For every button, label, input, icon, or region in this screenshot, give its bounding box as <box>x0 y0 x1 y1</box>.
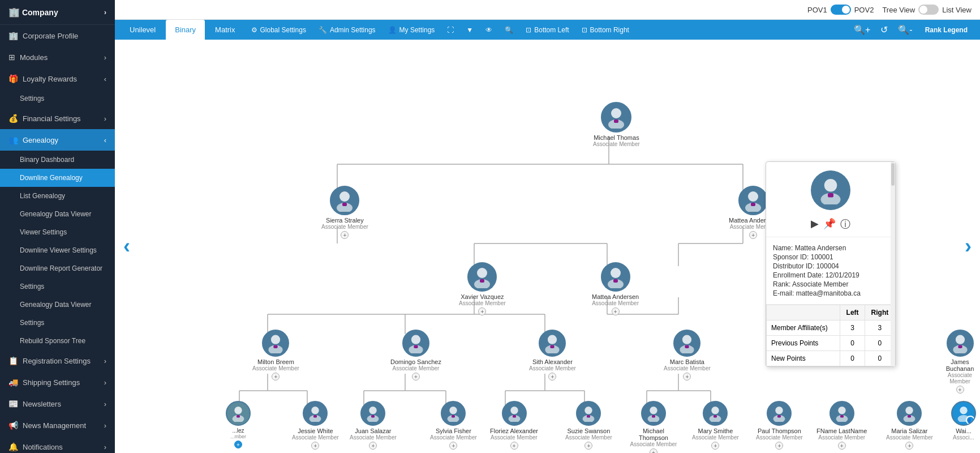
expand-mary-smithe[interactable]: + <box>711 442 719 450</box>
sidebar-header[interactable]: 🏢 Company › <box>0 0 115 25</box>
sidebar-item-loyalty-rewards[interactable]: 🎁 Loyalty Rewards ‹ <box>0 68 115 89</box>
member-role-sierra-straley: Associate Member <box>321 224 368 230</box>
expand-floriez-alexander[interactable]: + <box>510 442 518 450</box>
member-node-domingo-sanchez[interactable]: Domingo Sanchez Associate Member + <box>390 330 441 381</box>
sidebar-subitem-rebuild-sponsor-tree[interactable]: Rebuild Sponsor Tree <box>0 332 115 350</box>
expand-maria-salizar[interactable]: + <box>905 442 913 450</box>
popup-row-label-new-points: New Points <box>767 351 840 366</box>
zoom-out-button[interactable]: 🔍- <box>893 21 917 39</box>
nav-arrow-left[interactable]: ‹ <box>123 234 130 258</box>
sidebar-subitem-downline-genealogy[interactable]: Downline Genealogy <box>0 169 115 187</box>
member-node-michael-thomas[interactable]: Michael Thomas Associate Member <box>593 102 640 147</box>
member-node-xavier-vazquez[interactable]: Xavier Vazquez Associate Member + <box>459 262 506 315</box>
expand-james-buchanan[interactable]: + <box>956 386 964 394</box>
member-node-jessie-white[interactable]: Jessie White Associate Member + <box>292 401 339 450</box>
toolbar-expand[interactable]: ⛶ <box>441 22 459 39</box>
member-role-sylvia-fisher: Associate Member <box>430 434 477 441</box>
expand-sylvia-fisher[interactable]: + <box>449 442 457 450</box>
member-node-james-buchanan[interactable]: James Buchanan Associate Member + <box>940 330 980 394</box>
expand-paul-thompson[interactable]: + <box>775 442 783 450</box>
member-node-mattea-andersen-l2[interactable]: Mattea Andersen Associate Member + <box>592 262 639 315</box>
instagram-icon[interactable]: ⓘ <box>840 217 850 231</box>
tab-matrix[interactable]: Matrix <box>206 20 244 40</box>
toolbar-eye[interactable]: 👁 <box>480 22 498 39</box>
expand-jessie-white[interactable]: + <box>311 442 319 450</box>
sidebar-item-genealogy[interactable]: 👥 Genealogy ‹ <box>0 129 115 151</box>
member-node-maria-salizar[interactable]: Maria Salizar Associate Member + <box>886 401 933 450</box>
toolbar-admin-settings[interactable]: 🔧 Admin Settings <box>313 22 381 39</box>
sidebar-subitem-list-genealogy[interactable]: List Genealogy <box>0 187 115 205</box>
list-view-label: List View <box>942 6 972 14</box>
sidebar-item-financial-settings[interactable]: 💰 Financial Settings › <box>0 108 115 129</box>
expand-michael-thompson[interactable]: + <box>650 448 657 453</box>
sidebar-item-newsletters[interactable]: 📰 Newsletters › <box>0 393 115 414</box>
sidebar-subitem-genealogy-data-viewer-1[interactable]: Genealogy Data Viewer <box>0 205 115 223</box>
member-node-wai[interactable]: 👥 Wai... Associ... <box>951 401 976 441</box>
member-node-michael-thompson[interactable]: Michael Thompson Associate Member + <box>628 401 679 453</box>
expand-partial[interactable]: + <box>234 441 242 448</box>
member-node-milton-breem[interactable]: Milton Breem Associate Member + <box>252 330 299 381</box>
expand-milton-breem[interactable]: + <box>272 373 280 381</box>
member-node-mary-smithe[interactable]: Mary Smithe Associate Member + <box>692 401 739 450</box>
toolbar-search[interactable]: 🔍 <box>499 22 519 39</box>
expand-fname-lastname[interactable]: + <box>838 442 846 450</box>
tree-view-toggle[interactable]: Tree View List View <box>882 5 972 15</box>
member-node-partial-left[interactable]: ...lez ...mber + <box>226 401 251 448</box>
member-node-paul-thompson[interactable]: Paul Thompson Associate Member + <box>756 401 803 450</box>
toolbar-global-settings[interactable]: ⚙ Global Settings <box>246 22 312 39</box>
member-node-juan-salazar[interactable]: Juan Salazar Associate Member + <box>350 401 397 450</box>
global-settings-icon: ⚙ <box>251 26 257 34</box>
expand-xavier-vazquez[interactable]: + <box>478 307 486 315</box>
sidebar-subitem-settings-gen2[interactable]: Settings <box>0 314 115 332</box>
popup-scrollbar[interactable] <box>891 162 895 366</box>
sidebar-item-registration-settings[interactable]: 📋 Registration Settings › <box>0 350 115 371</box>
sidebar-subitem-settings-gen[interactable]: Settings <box>0 277 115 296</box>
tab-unilevel[interactable]: Unilevel <box>121 20 165 40</box>
member-node-sylvia-fisher[interactable]: Sylvia Fisher Associate Member + <box>430 401 477 450</box>
toolbar-bottom-right[interactable]: ⊡ Bottom Right <box>576 22 635 39</box>
expand-suzie-swanson[interactable]: + <box>584 442 592 450</box>
sidebar-subitem-viewer-settings[interactable]: Viewer Settings <box>0 223 115 241</box>
expand-domingo-sanchez[interactable]: + <box>412 373 420 381</box>
member-node-sith-alexander[interactable]: Sith Alexander Associate Member + <box>529 330 576 381</box>
member-node-suzie-swanson[interactable]: Suzie Swanson Associate Member + <box>565 401 612 450</box>
tab-binary[interactable]: Binary <box>166 20 205 40</box>
sidebar-item-shipping-settings[interactable]: 🚚 Shipping Settings › <box>0 371 115 393</box>
nav-arrow-right[interactable]: › <box>965 234 972 258</box>
sidebar-subitem-downline-report-generator[interactable]: Downline Report Generator <box>0 259 115 277</box>
sidebar-subitem-genealogy-data-viewer-2[interactable]: Genealogy Data Viewer <box>0 296 115 314</box>
expand-juan-salazar[interactable]: + <box>369 442 377 450</box>
sidebar-subitem-settings-lr[interactable]: Settings <box>0 89 115 108</box>
toolbar-bottom-left[interactable]: ⊡ Bottom Left <box>520 22 574 39</box>
registration-settings-icon: 📋 <box>8 356 18 365</box>
avatar-milton-breem <box>262 330 289 357</box>
member-node-fname-lastname[interactable]: FName LastName Associate Member + <box>816 401 867 450</box>
bottom-right-icon: ⊡ <box>582 26 587 34</box>
sidebar-subitem-binary-dashboard[interactable]: Binary Dashboard <box>0 151 115 169</box>
tree-list-switch[interactable] <box>918 5 939 15</box>
sidebar-subitem-downline-viewer-settings[interactable]: Downline Viewer Settings <box>0 241 115 259</box>
expand-mattea-andersen-l2[interactable]: + <box>612 307 620 315</box>
sidebar-item-notifications[interactable]: 🔔 Notifications › <box>0 436 115 453</box>
pov-switch[interactable] <box>831 5 851 15</box>
expand-sierra-straley[interactable]: + <box>341 231 349 239</box>
youtube-icon[interactable]: ▶ <box>811 217 819 231</box>
expand-mattea-andersen-l1[interactable]: + <box>749 231 757 239</box>
expand-icon: ⛶ <box>447 26 454 34</box>
toolbar-filter[interactable]: ▼ <box>461 22 479 39</box>
sidebar-item-corporate-profile[interactable]: 🏢 Corporate Profile <box>0 25 115 46</box>
member-node-floriez-alexander[interactable]: Floriez Alexander Associate Member + <box>490 401 538 450</box>
member-node-marc-batista[interactable]: Marc Batista Associate Member + <box>664 330 711 381</box>
member-node-sierra-straley[interactable]: Sierra Straley Associate Member + <box>321 186 368 239</box>
pinterest-icon[interactable]: 📌 <box>823 217 836 231</box>
refresh-button[interactable]: ↺ <box>876 21 892 39</box>
pov-toggle[interactable]: POV1 POV2 <box>807 5 874 15</box>
sidebar-item-modules[interactable]: ⊞ Modules › <box>0 46 115 68</box>
sidebar-item-news-management[interactable]: 📢 News Management › <box>0 414 115 436</box>
expand-sith-alexander[interactable]: + <box>548 373 556 381</box>
zoom-in-button[interactable]: 🔍+ <box>849 21 875 39</box>
avatar-wai: 👥 <box>951 401 976 426</box>
expand-marc-batista[interactable]: + <box>683 373 691 381</box>
toolbar-my-settings[interactable]: 👤 My Settings <box>382 22 441 39</box>
rank-legend-button[interactable]: Rank Legend <box>918 22 974 39</box>
